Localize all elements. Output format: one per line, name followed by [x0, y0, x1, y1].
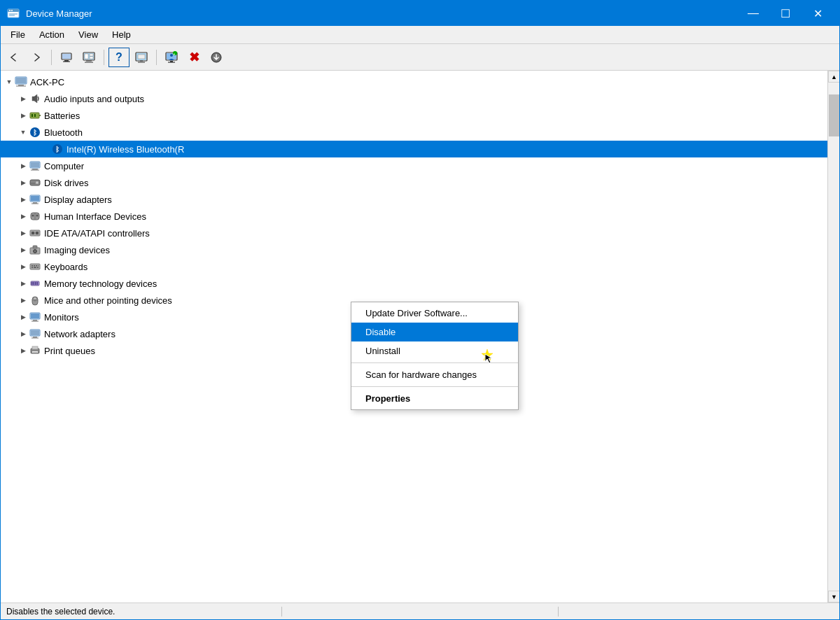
toolbar-properties[interactable] — [56, 48, 77, 67]
menu-help[interactable]: Help — [105, 28, 138, 41]
disk-label: Disk drives — [44, 178, 89, 188]
minimize-button[interactable]: — — [737, 1, 769, 26]
mice-expander[interactable]: ▶ — [18, 295, 29, 306]
svg-rect-89 — [31, 330, 39, 335]
svg-rect-37 — [39, 115, 41, 116]
svg-rect-73 — [34, 267, 36, 269]
ctx-scan[interactable]: Scan for hardware changes — [351, 365, 518, 384]
imaging-label: Imaging devices — [44, 245, 110, 255]
svg-point-62 — [34, 232, 36, 234]
audio-label: Audio inputs and outputs — [44, 94, 144, 104]
monitors-icon — [29, 311, 41, 323]
tree-root[interactable]: ▼ ACK-PC — [1, 73, 827, 90]
memory-label: Memory technology devices — [44, 279, 157, 289]
toolbar-sep-3 — [156, 50, 157, 65]
menu-action[interactable]: Action — [32, 28, 71, 41]
close-button[interactable]: ✕ — [802, 1, 834, 26]
tree-ide[interactable]: ▶ IDE ATA/ATAPI controllers — [1, 225, 827, 241]
status-section-3 — [559, 607, 834, 617]
status-section-2 — [282, 607, 558, 617]
svg-rect-79 — [37, 282, 38, 285]
ide-label: IDE ATA/ATAPI controllers — [44, 228, 150, 239]
disk-expander[interactable]: ▶ — [18, 177, 29, 188]
ctx-properties[interactable]: Properties — [351, 389, 518, 408]
menu-view[interactable]: View — [71, 28, 105, 41]
keyboards-expander[interactable]: ▶ — [18, 261, 29, 272]
display-expander[interactable]: ▶ — [18, 194, 29, 205]
toolbar-back[interactable] — [4, 48, 24, 67]
device-tree[interactable]: ▼ ACK-PC ▶ — [1, 71, 827, 603]
memory-expander[interactable]: ▶ — [18, 278, 29, 289]
tree-bluetooth[interactable]: ▼ ᛒ Bluetooth — [1, 124, 827, 141]
tree-imaging[interactable]: ▶ Imaging devices — [1, 241, 827, 258]
computer-expander[interactable]: ▶ — [18, 160, 29, 171]
computer-tree-icon — [29, 160, 41, 172]
menu-file[interactable]: File — [4, 28, 32, 41]
hid-expander[interactable]: ▶ — [18, 211, 29, 222]
svg-rect-68 — [31, 265, 33, 267]
tree-memory[interactable]: ▶ Memory technology devices — [1, 275, 827, 292]
ctx-update-driver[interactable]: Update Driver Software... — [351, 304, 518, 323]
imaging-expander[interactable]: ▶ — [18, 244, 29, 255]
display-label: Display adapters — [44, 195, 112, 205]
svg-rect-12 — [85, 54, 88, 59]
tree-display[interactable]: ▶ Display adapters — [1, 191, 827, 208]
tree-hid[interactable]: ▶ Human Interface Devices — [1, 208, 827, 225]
ctx-disable[interactable]: Disable — [351, 323, 518, 341]
window-title: Device Manager — [26, 8, 737, 19]
ctx-uninstall[interactable]: Uninstall — [351, 341, 518, 360]
hid-label: Human Interface Devices — [44, 211, 146, 222]
main-content: ▼ ACK-PC ▶ — [1, 71, 839, 603]
ide-expander[interactable]: ▶ — [18, 227, 29, 239]
window-controls: — ☐ ✕ — [737, 1, 834, 26]
bluetooth-icon: ᛒ — [29, 126, 41, 139]
ctx-sep-1 — [351, 362, 518, 363]
svg-rect-13 — [90, 54, 93, 56]
imaging-icon — [29, 244, 41, 256]
tree-bluetooth-device[interactable]: ᛒ Intel(R) Wireless Bluetooth(R — [1, 141, 827, 157]
batteries-expander[interactable]: ▶ — [18, 110, 29, 121]
mice-label: Mice and other pointing devices — [44, 295, 172, 306]
svg-rect-69 — [34, 265, 35, 267]
svg-rect-61 — [36, 232, 38, 234]
bluetooth-label: Bluetooth — [44, 127, 83, 138]
svg-text:ᛒ: ᛒ — [33, 129, 37, 136]
svg-rect-67 — [30, 264, 40, 269]
monitors-label: Monitors — [44, 312, 79, 323]
toolbar-sep-1 — [51, 50, 52, 65]
toolbar: ? + — [1, 44, 839, 71]
audio-expander[interactable]: ▶ — [18, 93, 29, 104]
svg-rect-95 — [33, 353, 37, 353]
tree-batteries[interactable]: ▶ Batteries — [1, 107, 827, 124]
scrollbar: ▲ ▼ — [827, 71, 839, 603]
toolbar-monitor[interactable]: + — [161, 48, 182, 67]
svg-point-3 — [11, 10, 13, 11]
toolbar-update-view[interactable] — [78, 48, 99, 67]
svg-point-2 — [9, 10, 10, 11]
toolbar-help[interactable]: ? — [108, 48, 130, 67]
tree-computer[interactable]: ▶ Computer — [1, 157, 827, 174]
tree-keyboards[interactable]: ▶ Keyboards — [1, 258, 827, 275]
maximize-button[interactable]: ☐ — [769, 1, 802, 26]
scroll-thumb[interactable] — [829, 94, 839, 136]
tree-audio[interactable]: ▶ Audio inputs and outputs — [1, 90, 827, 107]
toolbar-scan[interactable] — [131, 48, 152, 67]
scroll-up[interactable]: ▲ — [828, 71, 839, 83]
print-expander[interactable]: ▶ — [18, 345, 29, 356]
svg-rect-93 — [32, 346, 38, 349]
toolbar-sep-2 — [104, 50, 104, 65]
svg-rect-70 — [36, 265, 37, 267]
scroll-down[interactable]: ▼ — [828, 591, 839, 603]
toolbar-forward[interactable] — [26, 48, 47, 67]
svg-marker-35 — [32, 94, 37, 103]
svg-rect-78 — [35, 282, 36, 285]
bluetooth-expander[interactable]: ▼ — [18, 127, 29, 138]
root-label: ACK-PC — [30, 77, 64, 87]
monitors-expander[interactable]: ▶ — [18, 311, 29, 323]
tree-disk[interactable]: ▶ Disk drives — [1, 174, 827, 191]
network-expander[interactable]: ▶ — [18, 328, 29, 339]
toolbar-uninstall[interactable]: ✖ — [183, 48, 204, 67]
root-expander[interactable]: ▼ — [4, 76, 15, 87]
status-bar: Disables the selected device. — [1, 603, 839, 619]
toolbar-download[interactable] — [206, 48, 227, 67]
